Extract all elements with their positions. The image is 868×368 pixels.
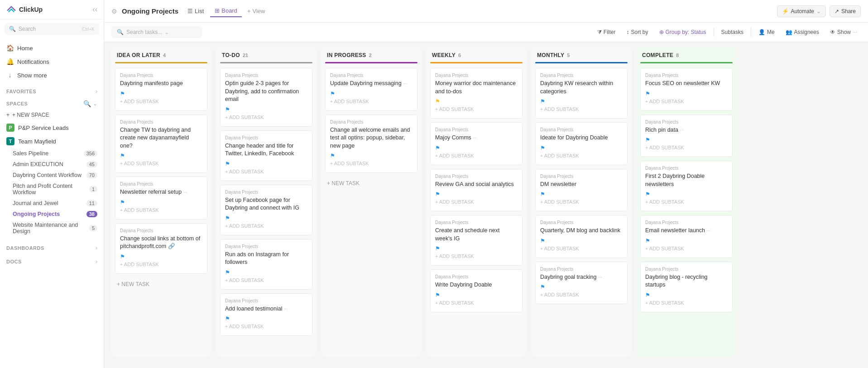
card[interactable]: Dayana Projects Money warrior doc mainte… — [430, 68, 523, 119]
space-team-mayfield[interactable]: T Team Mayfield — [0, 134, 104, 148]
card[interactable]: Dayana Projects Add loaned testimonial ·… — [220, 293, 312, 336]
add-subtask-button[interactable]: + ADD SUBTASK — [120, 260, 202, 269]
new-task-button[interactable]: + NEW TASK — [325, 177, 417, 190]
list-item-daybring-content[interactable]: Daybring Content Workflow 70 — [13, 170, 104, 181]
sidebar-search[interactable]: 🔍 Search Ctrl+K — [5, 23, 99, 35]
card[interactable]: Dayana Projects Change all welcome email… — [325, 115, 417, 173]
card[interactable]: Dayana Projects Daybring blog - recyclin… — [640, 262, 733, 312]
favorites-expand[interactable]: › — [96, 88, 97, 95]
card[interactable]: Dayana Projects Quarterly, DM blog and b… — [535, 215, 628, 258]
add-subtask-button[interactable]: + ADD SUBTASK — [120, 206, 202, 215]
card[interactable]: Dayana Projects Email newsletter launch … — [640, 215, 733, 258]
card[interactable]: Dayana Projects Focus SEO on newsletter … — [640, 68, 733, 111]
add-subtask-button[interactable]: + ADD SUBTASK — [540, 151, 623, 160]
card[interactable]: Dayana Projects Change TW to daybring an… — [115, 115, 207, 173]
add-subtask-button[interactable]: + ADD SUBTASK — [435, 252, 518, 261]
assignees-button[interactable]: 👥 Assignees — [782, 27, 823, 38]
card-project: Dayana Projects — [540, 220, 623, 225]
breadcrumb-icon[interactable]: ⚙ — [111, 8, 117, 15]
card[interactable]: Dayana Projects Optin guide 2-3 pages fo… — [220, 68, 312, 127]
spaces-chevron-icon[interactable]: ⌄ — [93, 100, 97, 107]
list-item-website-maintenance[interactable]: Website Maintenance and Design 5 — [13, 220, 104, 237]
search-tasks-input[interactable]: 🔍 Search tasks... ⌄ — [111, 26, 202, 38]
card[interactable]: Dayana Projects Daybring KW research wit… — [535, 68, 628, 119]
card[interactable]: Dayana Projects Daybring goal tracking ·… — [535, 262, 628, 305]
eye-icon: 👁 — [830, 29, 835, 35]
filter-button[interactable]: ⧩ Filter — [594, 27, 619, 38]
add-view-button[interactable]: + View — [244, 5, 269, 17]
card[interactable]: Dayana Projects Daybring manifesto page … — [115, 68, 207, 111]
share-button[interactable]: ↗ Share — [830, 5, 861, 17]
add-subtask-button[interactable]: + ADD SUBTASK — [540, 244, 623, 253]
card[interactable]: Dayana Projects Newsletter referral setu… — [115, 177, 207, 220]
card[interactable]: Dayana Projects Update Daybring messagin… — [325, 68, 417, 111]
add-subtask-button[interactable]: + ADD SUBTASK — [330, 159, 412, 168]
list-item-sales-pipeline[interactable]: Sales Pipeline 356 — [13, 148, 104, 159]
card[interactable]: Dayana Projects Rich pin data ··· ⚑ + AD… — [640, 115, 733, 158]
plus-icon: + — [6, 112, 10, 118]
subtasks-button[interactable]: Subtasks — [718, 27, 747, 38]
card[interactable]: Dayana Projects Change header and title … — [220, 130, 312, 181]
sidebar-item-home[interactable]: 🏠 Home — [0, 41, 104, 55]
sort-button[interactable]: ↕ Sort by — [623, 27, 652, 38]
automate-button[interactable]: ⚡ Automate ⌄ — [777, 5, 826, 17]
me-button[interactable]: 👤 Me — [755, 27, 778, 38]
card[interactable]: Dayana Projects Review GA and social ana… — [430, 169, 523, 212]
add-subtask-button[interactable]: + ADD SUBTASK — [435, 151, 518, 160]
group-by-button[interactable]: ⊕ Group by: Status — [656, 27, 710, 38]
add-subtask-button[interactable]: + ADD SUBTASK — [225, 322, 307, 331]
add-subtask-button[interactable]: + ADD SUBTASK — [645, 298, 728, 307]
card-project: Dayana Projects — [645, 73, 728, 78]
add-subtask-button[interactable]: + ADD SUBTASK — [540, 290, 623, 299]
add-subtask-button[interactable]: + ADD SUBTASK — [225, 221, 307, 230]
dashboards-expand-icon[interactable]: › — [96, 245, 97, 251]
sidebar-item-show-more[interactable]: ↓ Show more — [0, 68, 104, 82]
card[interactable]: Dayana Projects DM newsletter ⚑ + ADD SU… — [535, 169, 628, 212]
card[interactable]: Dayana Projects Ideate for Daybring Doab… — [535, 122, 628, 165]
add-subtask-button[interactable]: + ADD SUBTASK — [435, 197, 518, 206]
list-item-journal-jewel[interactable]: Journal and Jewel 11 — [13, 198, 104, 209]
card[interactable]: Dayana Projects Run ads on Instagram for… — [220, 239, 312, 290]
card[interactable]: Dayana Projects First 2 Daybring Doable … — [640, 161, 733, 211]
card-title: First 2 Daybring Doable newsletters — [645, 172, 728, 188]
docs-expand-icon[interactable]: › — [96, 258, 97, 265]
sidebar-item-home-label: Home — [17, 45, 33, 52]
show-button[interactable]: 👁 Show ··· — [826, 27, 861, 38]
space-pnp[interactable]: P P&P Service Leads — [0, 121, 104, 134]
board-view-tab[interactable]: ⊞ Board — [210, 5, 242, 17]
list-item-ongoing-projects[interactable]: Ongoing Projects 38 — [13, 209, 104, 220]
new-space-button[interactable]: + + NEW SPACE — [0, 109, 104, 121]
add-subtask-button[interactable]: + ADD SUBTASK — [435, 298, 518, 307]
list-item-pitch-profit[interactable]: Pitch and Profit Content Workflow 1 — [13, 181, 104, 198]
card[interactable]: Dayana Projects Set up Facebook page for… — [220, 185, 312, 235]
add-subtask-button[interactable]: + ADD SUBTASK — [120, 159, 202, 168]
add-subtask-button[interactable]: + ADD SUBTASK — [540, 197, 623, 206]
add-subtask-button[interactable]: + ADD SUBTASK — [225, 167, 307, 176]
card-title: Run ads on Instagram for followers — [225, 251, 307, 267]
add-subtask-button[interactable]: + ADD SUBTASK — [540, 105, 623, 114]
add-subtask-button[interactable]: + ADD SUBTASK — [330, 97, 412, 106]
add-subtask-button[interactable]: + ADD SUBTASK — [225, 276, 307, 285]
add-subtask-button[interactable]: + ADD SUBTASK — [435, 105, 518, 114]
add-subtask-button[interactable]: + ADD SUBTASK — [645, 244, 728, 253]
spaces-search-icon[interactable]: 🔍 — [83, 100, 91, 107]
toolbar: 🔍 Search tasks... ⌄ ⧩ Filter ↕ Sort by ⊕… — [104, 23, 868, 42]
card-footer: ⚑ — [645, 191, 728, 197]
add-subtask-button[interactable]: + ADD SUBTASK — [645, 97, 728, 106]
card-footer: ⚑ — [435, 245, 518, 252]
list-view-tab[interactable]: ☰ List — [183, 5, 208, 17]
card[interactable]: Dayana Projects Change social links at b… — [115, 223, 207, 274]
card-title: Update Daybring messaging ··· — [330, 80, 412, 88]
sidebar-item-notifications[interactable]: 🔔 Notifications — [0, 55, 104, 68]
list-item-admin-execution[interactable]: Admin EXECUTION 45 — [13, 159, 104, 170]
collapse-sidebar-button[interactable]: ‹‹ — [92, 5, 97, 14]
app-logo[interactable]: ClickUp — [6, 5, 43, 14]
add-subtask-button[interactable]: + ADD SUBTASK — [645, 143, 728, 152]
add-subtask-button[interactable]: + ADD SUBTASK — [120, 97, 202, 106]
add-subtask-button[interactable]: + ADD SUBTASK — [225, 113, 307, 122]
add-subtask-button[interactable]: + ADD SUBTASK — [645, 197, 728, 206]
card[interactable]: Dayana Projects Write Daybring Doable ⚑ … — [430, 269, 523, 312]
card[interactable]: Dayana Projects Create and schedule next… — [430, 215, 523, 266]
new-task-button[interactable]: + NEW TASK — [115, 277, 207, 291]
card[interactable]: Dayana Projects Majoy Comms ··· ⚑ + ADD … — [430, 122, 523, 165]
